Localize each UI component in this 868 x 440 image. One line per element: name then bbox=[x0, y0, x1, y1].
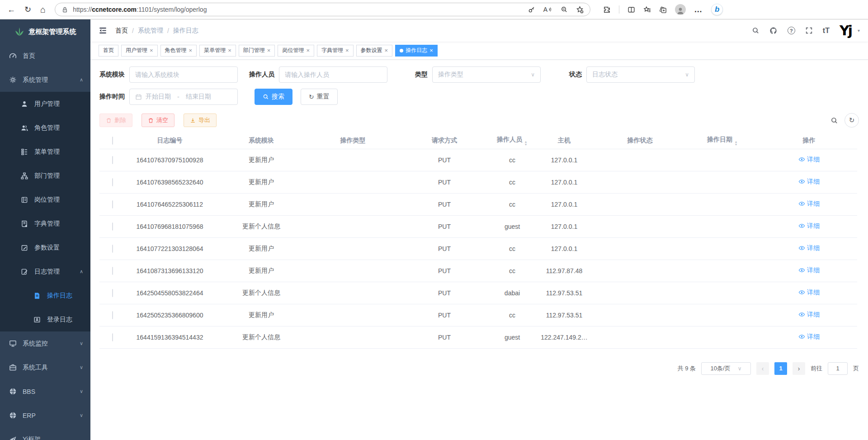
row-checkbox[interactable] bbox=[112, 289, 113, 297]
sidebar-item-param-settings[interactable]: 参数设置 bbox=[0, 236, 90, 260]
close-icon[interactable]: × bbox=[429, 47, 433, 53]
tag-post-mgmt[interactable]: 岗位管理× bbox=[278, 45, 314, 57]
back-button[interactable]: ← bbox=[7, 5, 15, 14]
sidebar-item-role-mgmt[interactable]: 角色管理 bbox=[0, 116, 90, 140]
sidebar-item-menu-mgmt[interactable]: 菜单管理 bbox=[0, 140, 90, 164]
row-checkbox[interactable] bbox=[112, 245, 113, 253]
refresh-table-button[interactable]: ↻ bbox=[844, 113, 859, 128]
sort-icons[interactable]: ▲▼ bbox=[524, 141, 528, 146]
detail-link[interactable]: 详细 bbox=[798, 311, 820, 319]
browser-profile-avatar[interactable] bbox=[675, 4, 686, 15]
address-bar[interactable]: https://ccnetcore.com:1101/system/log/op… bbox=[55, 3, 590, 16]
row-checkbox[interactable] bbox=[112, 156, 113, 164]
sort-icons[interactable]: ▲▼ bbox=[734, 141, 738, 146]
breadcrumb-home[interactable]: 首页 bbox=[115, 27, 128, 35]
sidebar-item-user-mgmt[interactable]: 用户管理 bbox=[0, 92, 90, 116]
row-checkbox[interactable] bbox=[112, 333, 113, 341]
row-checkbox[interactable] bbox=[112, 178, 113, 186]
toggle-search-icon[interactable] bbox=[830, 117, 838, 124]
close-icon[interactable]: × bbox=[306, 47, 310, 53]
row-checkbox[interactable] bbox=[112, 200, 113, 208]
add-favorite-icon[interactable] bbox=[576, 6, 584, 14]
bing-chat-icon[interactable]: b bbox=[711, 4, 723, 15]
reset-button[interactable]: ↻重置 bbox=[301, 89, 338, 105]
sidebar-item-system-monitor[interactable]: 系统监控 ∨ bbox=[0, 331, 90, 355]
fullscreen-icon[interactable] bbox=[805, 27, 813, 34]
close-icon[interactable]: × bbox=[150, 47, 153, 53]
detail-link[interactable]: 详细 bbox=[798, 333, 820, 341]
reload-button[interactable]: ↻ bbox=[24, 5, 31, 14]
col-date[interactable]: 操作日期▲▼ bbox=[684, 133, 761, 149]
sidebar-item-post-mgmt[interactable]: 岗位管理 bbox=[0, 188, 90, 212]
sidebar-item-bbs[interactable]: BBS ∨ bbox=[0, 379, 90, 403]
sidebar-item-yi-framework[interactable]: Yi框架 bbox=[0, 427, 90, 440]
tag-home[interactable]: 首页 bbox=[99, 45, 118, 57]
sidebar-item-system-tools[interactable]: 系统工具 ∨ bbox=[0, 355, 90, 379]
operator-input[interactable] bbox=[285, 71, 382, 78]
tag-menu-mgmt[interactable]: 菜单管理× bbox=[199, 45, 236, 57]
sidebar-item-dict-mgmt[interactable]: 字典管理 bbox=[0, 212, 90, 236]
clear-button[interactable]: 清空 bbox=[142, 114, 175, 127]
tag-role-mgmt[interactable]: 角色管理× bbox=[160, 45, 197, 57]
font-size-icon[interactable]: tT bbox=[823, 27, 830, 35]
status-select[interactable]: 日志状态∨ bbox=[586, 66, 695, 83]
export-button[interactable]: 导出 bbox=[184, 114, 217, 127]
detail-link[interactable]: 详细 bbox=[798, 156, 820, 164]
chevron-down-icon: ∨ bbox=[80, 364, 83, 370]
caret-down-icon[interactable]: ▾ bbox=[858, 28, 860, 33]
tag-user-mgmt[interactable]: 用户管理× bbox=[121, 45, 158, 57]
detail-link[interactable]: 详细 bbox=[798, 178, 820, 186]
sidebar-item-dept-mgmt[interactable]: 部门管理 bbox=[0, 164, 90, 188]
detail-link[interactable]: 详细 bbox=[798, 200, 820, 208]
extensions-icon[interactable] bbox=[603, 6, 611, 14]
next-page-button[interactable]: › bbox=[793, 362, 805, 375]
module-input[interactable] bbox=[135, 71, 232, 78]
search-button[interactable]: 搜索 bbox=[255, 89, 292, 105]
row-checkbox[interactable] bbox=[112, 222, 113, 231]
sidebar-item-login-log[interactable]: 登录日志 bbox=[0, 308, 90, 331]
sidebar-fold-icon[interactable] bbox=[99, 26, 107, 35]
page-1-button[interactable]: 1 bbox=[774, 362, 787, 375]
user-logo-avatar[interactable]: Yj bbox=[840, 24, 851, 38]
detail-link[interactable]: 详细 bbox=[798, 222, 820, 230]
page-size-select[interactable]: 10条/页 ∨ bbox=[701, 362, 751, 375]
tag-dept-mgmt[interactable]: 部门管理× bbox=[239, 45, 275, 57]
split-screen-icon[interactable] bbox=[627, 6, 635, 14]
app-logo[interactable]: 意框架管理系统 bbox=[0, 19, 90, 44]
close-icon[interactable]: × bbox=[385, 47, 388, 53]
col-operator[interactable]: 操作人员▲▼ bbox=[492, 133, 533, 149]
tag-dict-mgmt[interactable]: 字典管理× bbox=[317, 45, 354, 57]
row-checkbox[interactable] bbox=[112, 311, 113, 319]
detail-link[interactable]: 详细 bbox=[798, 289, 820, 297]
sidebar-item-erp[interactable]: ERP ∨ bbox=[0, 403, 90, 427]
password-key-icon[interactable] bbox=[528, 6, 535, 13]
favorites-icon[interactable] bbox=[643, 6, 651, 14]
date-range-picker[interactable]: 开始日期 - 结束日期 bbox=[129, 89, 238, 105]
goto-page-input[interactable] bbox=[828, 362, 848, 375]
browser-menu-icon[interactable]: … bbox=[694, 5, 703, 14]
type-select[interactable]: 操作类型∨ bbox=[432, 66, 541, 83]
collections-icon[interactable] bbox=[659, 6, 667, 14]
close-icon[interactable]: × bbox=[228, 47, 231, 53]
zoom-out-icon[interactable] bbox=[561, 6, 568, 13]
select-all-checkbox[interactable] bbox=[112, 137, 113, 145]
read-aloud-icon[interactable]: A bbox=[543, 6, 552, 13]
detail-link[interactable]: 详细 bbox=[798, 244, 820, 252]
close-icon[interactable]: × bbox=[267, 47, 271, 53]
home-button[interactable]: ⌂ bbox=[40, 5, 46, 14]
close-icon[interactable]: × bbox=[189, 47, 193, 53]
row-checkbox[interactable] bbox=[112, 267, 113, 275]
help-icon[interactable]: ? bbox=[788, 27, 795, 34]
sidebar-item-system-mgmt[interactable]: 系统管理 ∧ bbox=[0, 68, 90, 92]
tag-param-settings[interactable]: 参数设置× bbox=[356, 45, 393, 57]
search-icon[interactable] bbox=[752, 27, 760, 34]
detail-link[interactable]: 详细 bbox=[798, 266, 820, 274]
delete-button[interactable]: 删除 bbox=[99, 114, 132, 127]
sidebar-item-home[interactable]: 首页 bbox=[0, 44, 90, 68]
close-icon[interactable]: × bbox=[345, 47, 349, 53]
sidebar-item-log-mgmt[interactable]: 日志管理 ∧ bbox=[0, 260, 90, 284]
prev-page-button[interactable]: ‹ bbox=[756, 362, 769, 375]
tag-oper-log[interactable]: 操作日志× bbox=[395, 45, 438, 57]
sidebar-item-oper-log[interactable]: 操作日志 bbox=[0, 284, 90, 308]
github-icon[interactable] bbox=[769, 27, 778, 35]
